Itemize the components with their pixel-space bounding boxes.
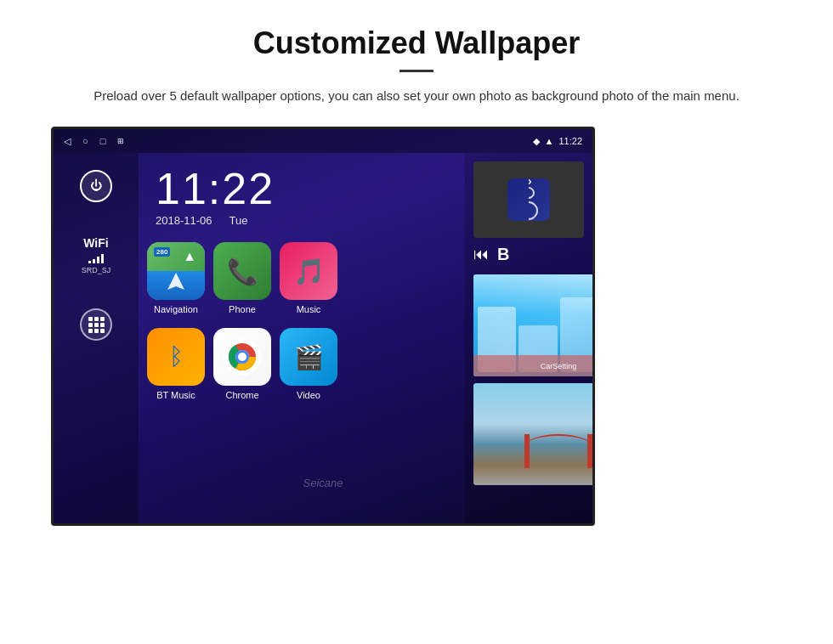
status-right-icons: ◆ ▲ 11:22 xyxy=(533,136,582,147)
android-screen: ◁ ○ □ ⊞ ◆ ▲ 11:22 xyxy=(51,127,595,526)
chrome-icon-img xyxy=(213,328,271,386)
screen-wrapper: ◁ ○ □ ⊞ ◆ ▲ 11:22 xyxy=(51,127,782,526)
status-time: 11:22 xyxy=(558,136,582,146)
music-icon: 🎵 xyxy=(293,257,325,286)
day-value: Tue xyxy=(230,214,248,227)
clock-section: 11:22 2018-11-06 Tue xyxy=(139,153,465,235)
wifi-section: WiFi SRD_SJ xyxy=(82,236,111,274)
clock-time: 11:22 xyxy=(156,167,448,211)
app-phone[interactable]: 📞 Phone xyxy=(213,242,271,314)
bt-music-label: BT Music xyxy=(156,390,196,400)
wave-1 xyxy=(525,178,532,185)
back-icon: ◁ xyxy=(64,136,71,147)
chrome-label: Chrome xyxy=(225,390,258,400)
screenshot-icon: ⊞ xyxy=(117,137,124,145)
bridge-cables xyxy=(524,434,592,460)
page-description: Preload over 5 default wallpaper options… xyxy=(68,86,765,106)
nav-app-inner: 280 ▲ xyxy=(147,242,205,300)
wifi-bar-3 xyxy=(97,257,99,263)
screen-watermark: Seicane xyxy=(303,477,343,489)
video-icon: 🎬 xyxy=(294,343,324,371)
video-label: Video xyxy=(297,390,320,400)
phone-icon: 📞 xyxy=(227,257,258,286)
next-track-label: B xyxy=(497,245,509,264)
video-icon-img: 🎬 xyxy=(280,328,337,386)
page-container: Customized Wallpaper Preload over 5 defa… xyxy=(0,0,833,543)
status-bar: ◁ ○ □ ⊞ ◆ ▲ 11:22 xyxy=(54,129,592,153)
app-music[interactable]: 🎵 Music xyxy=(280,242,337,314)
status-left-icons: ◁ ○ □ ⊞ xyxy=(64,136,124,147)
wave-2 xyxy=(520,184,537,201)
wifi-network: SRD_SJ xyxy=(82,266,111,274)
app-video[interactable]: 🎬 Video xyxy=(280,328,337,400)
screen-body: ⏻ WiFi SRD_SJ xyxy=(54,153,592,523)
car-setting-label: CarSetting xyxy=(541,362,577,370)
right-panel: ⏮ B CarSetting xyxy=(465,153,592,523)
car-setting-area: CarSetting xyxy=(473,355,595,376)
bridge-structure xyxy=(507,426,595,468)
center-content: 11:22 2018-11-06 Tue xyxy=(139,153,465,523)
left-sidebar: ⏻ WiFi SRD_SJ xyxy=(54,153,139,523)
signal-waves xyxy=(519,179,538,220)
wifi-bar-4 xyxy=(101,254,104,263)
home-icon: ○ xyxy=(82,136,88,146)
page-title: Customized Wallpaper xyxy=(51,25,782,61)
signal-icon xyxy=(507,178,550,221)
wifi-bar-1 xyxy=(88,261,91,263)
app-bt-music[interactable]: ᛒ BT Music xyxy=(147,328,205,400)
location-icon: ◆ xyxy=(533,136,540,147)
svg-point-5 xyxy=(238,353,246,361)
music-label: Music xyxy=(297,304,321,314)
wifi-label: WiFi xyxy=(82,236,111,250)
navigation-icon-img: 280 ▲ xyxy=(147,242,205,300)
wifi-bars xyxy=(82,253,111,263)
bt-music-icon-img: ᛒ xyxy=(147,328,205,386)
phone-icon-img: 📞 xyxy=(213,242,271,300)
date-value: 2018-11-06 xyxy=(156,214,212,227)
phone-label: Phone xyxy=(229,304,256,314)
app-navigation[interactable]: 280 ▲ Navigation xyxy=(147,242,205,314)
clock-date: 2018-11-06 Tue xyxy=(156,214,448,227)
wave-3 xyxy=(515,197,541,223)
chrome-svg xyxy=(224,338,261,376)
apps-row-2: ᛒ BT Music xyxy=(139,321,465,407)
navigation-label: Navigation xyxy=(154,304,198,314)
music-icon-img: 🎵 xyxy=(280,242,337,300)
prev-track-button[interactable]: ⏮ xyxy=(473,246,489,263)
wallpaper-thumb-bridge[interactable] xyxy=(473,383,595,485)
bt-icon: ᛒ xyxy=(169,343,184,370)
recents-icon: □ xyxy=(100,136,106,146)
media-card xyxy=(473,161,584,238)
apps-grid-button[interactable] xyxy=(80,308,112,341)
power-button[interactable]: ⏻ xyxy=(80,170,112,202)
wifi-bar-2 xyxy=(93,259,95,263)
apps-row-1: 280 ▲ Navigation xyxy=(139,235,465,321)
media-controls: ⏮ B xyxy=(473,245,584,264)
wifi-status-icon: ▲ xyxy=(545,136,554,146)
app-chrome[interactable]: Chrome xyxy=(213,328,271,400)
title-divider xyxy=(400,70,434,72)
power-icon: ⏻ xyxy=(90,179,102,193)
wallpaper-thumb-ice[interactable]: CarSetting xyxy=(473,274,595,376)
grid-dots-icon xyxy=(88,317,105,333)
